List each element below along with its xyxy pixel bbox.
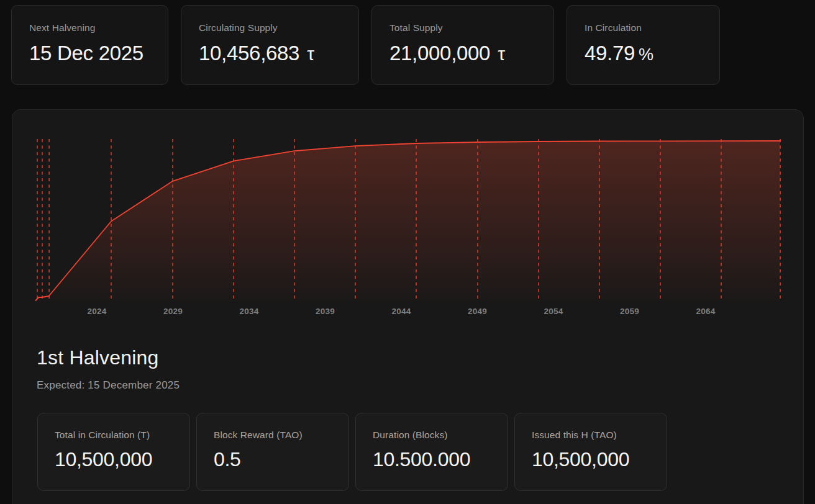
x-axis-tick: 2034 xyxy=(239,307,258,316)
halvening-panel: 202420292034203920442049205420592064 1st… xyxy=(12,109,804,504)
stat-label: Issued this H (TAO) xyxy=(532,430,654,441)
x-axis-tick-labels: 202420292034203920442049205420592064 xyxy=(87,307,715,316)
x-axis-tick: 2049 xyxy=(468,307,487,316)
halvening-stats-row: Total in Circulation (T) 10,500,000 Bloc… xyxy=(37,413,667,491)
stat-card-block-reward: Block Reward (TAO) 0.5 xyxy=(196,413,349,491)
stat-value: 49.79% xyxy=(585,42,704,65)
supply-area-fill xyxy=(36,141,781,302)
x-axis-tick: 2054 xyxy=(544,307,563,316)
stat-label: Next Halvening xyxy=(29,22,153,34)
x-axis-tick: 2059 xyxy=(620,307,639,316)
halvening-expected-date: Expected: 15 December 2025 xyxy=(37,379,180,392)
stat-label: Total Supply xyxy=(389,22,539,34)
stat-label: Circulating Supply xyxy=(199,22,344,34)
stat-card-total-supply: Total Supply 21,000,000τ xyxy=(371,5,554,85)
x-axis-tick: 2064 xyxy=(696,307,715,316)
stat-value: 0.5 xyxy=(214,448,336,471)
stat-value: 10,456,683τ xyxy=(199,42,344,65)
stat-value: 10,500,000 xyxy=(55,448,177,471)
x-axis-tick: 2039 xyxy=(316,307,335,316)
stat-value: 15 Dec 2025 xyxy=(29,42,153,65)
supply-chart[interactable]: 202420292034203920442049205420592064 xyxy=(12,110,804,324)
halvening-dashboard: { "top_stats": [ { "label": "Next Halven… xyxy=(0,0,815,504)
stat-card-in-circulation: In Circulation 49.79% xyxy=(567,5,720,85)
x-axis-tick: 2044 xyxy=(391,307,411,316)
percent-symbol: % xyxy=(639,45,653,65)
top-stats-row: Next Halvening 15 Dec 2025 Circulating S… xyxy=(11,5,720,85)
stat-card-issued-this-halvening: Issued this H (TAO) 10,500,000 xyxy=(514,413,667,491)
x-axis-tick: 2024 xyxy=(87,307,106,316)
stat-card-circulating-supply: Circulating Supply 10,456,683τ xyxy=(181,5,359,85)
stat-card-next-halvening: Next Halvening 15 Dec 2025 xyxy=(11,5,168,85)
tau-symbol: τ xyxy=(498,43,505,65)
stat-label: Duration (Blocks) xyxy=(373,430,495,441)
stat-card-total-in-circulation: Total in Circulation (T) 10,500,000 xyxy=(37,413,190,491)
stat-label: Block Reward (TAO) xyxy=(214,430,336,441)
halvening-title: 1st Halvening xyxy=(37,346,159,369)
x-axis-tick: 2029 xyxy=(163,307,183,316)
stat-label: In Circulation xyxy=(585,22,704,34)
stat-label: Total in Circulation (T) xyxy=(55,430,177,441)
stat-value: 10,500,000 xyxy=(532,448,654,471)
stat-value: 21,000,000τ xyxy=(389,42,539,65)
tau-symbol: τ xyxy=(307,43,314,65)
stat-value: 10.500.000 xyxy=(373,448,495,471)
stat-card-duration-blocks: Duration (Blocks) 10.500.000 xyxy=(355,413,508,491)
